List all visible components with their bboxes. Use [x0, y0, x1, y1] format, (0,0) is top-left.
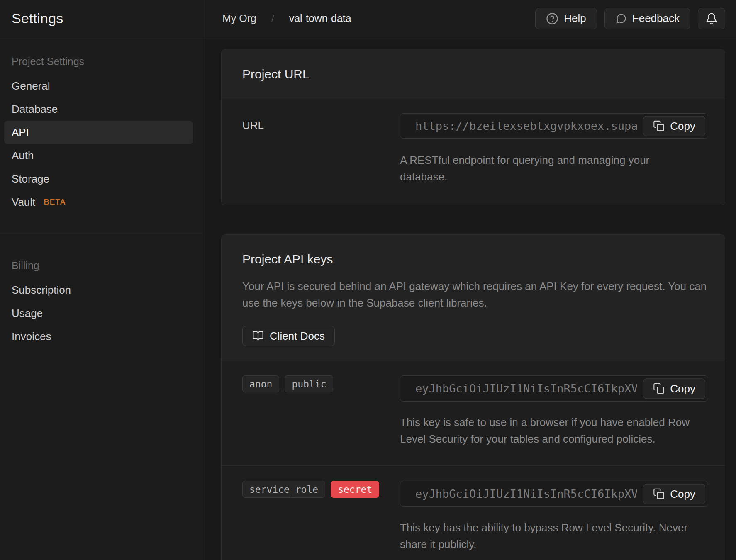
project-url-card-body: URL https://bzeilexsebtxgvpkxoex.supa Co…: [222, 99, 725, 205]
sidebar-item-label: General: [12, 80, 50, 93]
breadcrumb-org[interactable]: My Org: [222, 12, 256, 24]
sidebar-item-label: API: [12, 126, 29, 139]
copy-button-label: Copy: [670, 487, 695, 500]
client-docs-button[interactable]: Client Docs: [242, 326, 335, 346]
client-docs-label: Client Docs: [270, 330, 325, 343]
billing-group: Billing Subscription Usage Invoices: [4, 260, 193, 348]
anon-key-value: eyJhbGciOiJIUzI1NiIsInR5cCI6IkpXV: [415, 382, 637, 395]
service-role-key-main: eyJhbGciOiJIUzI1NiIsInR5cCI6IkpXV Copy T…: [400, 481, 708, 553]
sidebar-item-database[interactable]: Database: [4, 97, 193, 121]
bell-icon: [705, 12, 718, 25]
sidebar-item-storage[interactable]: Storage: [4, 167, 193, 190]
url-field-main: https://bzeilexsebtxgvpkxoex.supa Copy A…: [400, 113, 708, 185]
project-url-input[interactable]: https://bzeilexsebtxgvpkxoex.supa Copy: [400, 113, 708, 139]
copy-button-label: Copy: [670, 119, 695, 132]
api-keys-card: Project API keys Your API is secured beh…: [221, 234, 725, 560]
help-button[interactable]: Help: [535, 8, 597, 29]
secret-badge: secret: [331, 481, 379, 498]
project-url-card-header: Project URL: [222, 49, 725, 99]
copy-button-label: Copy: [670, 382, 695, 395]
public-badge: public: [285, 375, 333, 392]
url-field-label: URL: [242, 113, 400, 185]
api-settings-content: Project URL URL https://bzeilexsebtxgvpk…: [203, 37, 736, 560]
main-column: My Org / val-town-data Help Feedback: [203, 0, 736, 560]
project-url-title: Project URL: [242, 67, 310, 81]
copy-url-button[interactable]: Copy: [643, 116, 705, 136]
anon-key-main: eyJhbGciOiJIUzI1NiIsInR5cCI6IkpXV Copy T…: [400, 375, 708, 447]
settings-sidebar: Settings Project Settings General Databa…: [0, 0, 203, 560]
copy-service-role-key-button[interactable]: Copy: [643, 484, 705, 504]
api-keys-card-header: Project API keys Your API is secured beh…: [222, 235, 725, 360]
copy-icon: [653, 383, 665, 394]
help-circle-icon: [546, 12, 558, 25]
sidebar-header: Settings: [0, 0, 203, 37]
page-title: Settings: [12, 10, 63, 27]
sidebar-item-auth[interactable]: Auth: [4, 144, 193, 167]
book-open-icon: [252, 330, 264, 342]
notifications-button[interactable]: [698, 8, 725, 29]
project-url-value: https://bzeilexsebtxgvpkxoex.supa: [415, 119, 637, 132]
service-role-key-row: service_role secret eyJhbGciOiJIUzI1NiIs…: [222, 465, 725, 560]
copy-icon: [653, 120, 665, 132]
section-label-billing: Billing: [4, 260, 193, 272]
sidebar-item-label: Vault: [12, 196, 35, 209]
service-role-key-value: eyJhbGciOiJIUzI1NiIsInR5cCI6IkpXV: [415, 487, 637, 500]
topbar-actions: Help Feedback: [535, 8, 725, 29]
feedback-button[interactable]: Feedback: [604, 8, 690, 29]
anon-key-badges: anon public: [242, 375, 400, 447]
breadcrumb-project[interactable]: val-town-data: [289, 12, 351, 24]
sidebar-item-vault[interactable]: Vault BETA: [4, 190, 193, 214]
section-label-project-settings: Project Settings: [4, 56, 193, 68]
anon-key-description: This key is safe to use in a browser if …: [400, 414, 708, 447]
breadcrumb-separator: /: [271, 13, 274, 24]
sidebar-item-general[interactable]: General: [4, 74, 193, 97]
sidebar-item-usage[interactable]: Usage: [4, 302, 193, 325]
service-role-badge: service_role: [242, 481, 325, 498]
api-keys-title: Project API keys: [242, 252, 708, 266]
anon-key-input[interactable]: eyJhbGciOiJIUzI1NiIsInR5cCI6IkpXV Copy: [400, 375, 708, 402]
service-role-key-description: This key has the ability to bypass Row L…: [400, 519, 708, 553]
sidebar-item-subscription[interactable]: Subscription: [4, 278, 193, 302]
project-url-card: Project URL URL https://bzeilexsebtxgvpk…: [221, 49, 725, 205]
feedback-button-label: Feedback: [632, 12, 680, 25]
help-button-label: Help: [564, 12, 586, 25]
service-role-key-badges: service_role secret: [242, 481, 400, 553]
message-circle-icon: [615, 13, 627, 24]
sidebar-item-label: Database: [12, 103, 58, 116]
sidebar-item-label: Storage: [12, 173, 49, 185]
copy-anon-key-button[interactable]: Copy: [643, 378, 705, 399]
sidebar-item-api[interactable]: API: [4, 121, 193, 144]
breadcrumb: My Org / val-town-data: [222, 12, 351, 24]
url-field-row: URL https://bzeilexsebtxgvpkxoex.supa Co…: [242, 113, 708, 185]
api-keys-description: Your API is secured behind an API gatewa…: [242, 278, 708, 311]
anon-badge: anon: [242, 375, 279, 392]
sidebar-item-label: Usage: [12, 307, 43, 320]
sidebar-item-label: Auth: [12, 149, 34, 162]
anon-key-row: anon public eyJhbGciOiJIUzI1NiIsInR5cCI6…: [222, 360, 725, 465]
copy-icon: [653, 488, 665, 500]
sidebar-divider: [0, 234, 203, 234]
sidebar-item-label: Invoices: [12, 330, 51, 343]
project-url-description: A RESTful endpoint for querying and mana…: [400, 152, 674, 185]
sidebar-nav: Project Settings General Database API Au…: [0, 37, 203, 348]
beta-badge: BETA: [44, 197, 66, 207]
sidebar-item-invoices[interactable]: Invoices: [4, 325, 193, 348]
topbar: My Org / val-town-data Help Feedback: [203, 0, 736, 37]
app-root: Settings Project Settings General Databa…: [0, 0, 736, 560]
sidebar-item-label: Subscription: [12, 284, 71, 297]
service-role-key-input[interactable]: eyJhbGciOiJIUzI1NiIsInR5cCI6IkpXV Copy: [400, 481, 708, 507]
